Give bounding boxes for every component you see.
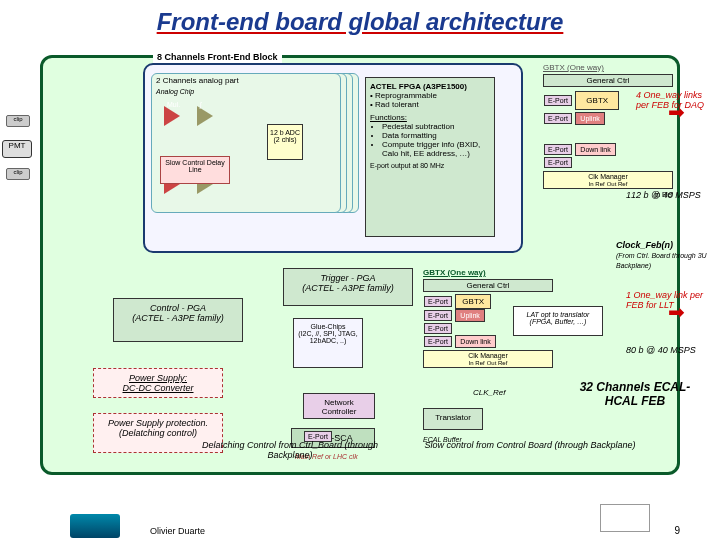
clip-top: clip — [6, 115, 30, 127]
control-pga: Control - PGA (ACTEL - A3PE family) — [113, 298, 243, 342]
fpga-box: ACTEL FPGA (A3PE1500) • Reprogrammable •… — [365, 77, 495, 237]
pmt-block: PMT — [2, 140, 32, 158]
page-title: Front-end board global architecture — [0, 0, 720, 44]
glue-chips: Glue-Chips (I2C, //, SPI, JTAG, 12bADC, … — [293, 318, 363, 368]
eport-4: E-Port — [544, 157, 572, 168]
footer-page: 9 — [674, 525, 680, 536]
downlink-1: Down link — [575, 143, 615, 156]
uplink-1: Uplink — [575, 112, 604, 125]
eport-1: E-Port — [544, 95, 572, 106]
mul-tri-1: Mul. — [164, 106, 180, 126]
gbtx-lower: GBTX (One way) General Ctrl E-Port GBTX … — [423, 268, 553, 368]
note-80b: 80 b @ 40 MSPS — [626, 345, 716, 355]
analog-part-text: 2 Channels analog part — [156, 76, 239, 85]
eport-output: E-port output at 80 MHz — [370, 162, 490, 169]
arrow-icon-2: ➡ — [668, 300, 685, 324]
network-controller: Network Controller — [303, 393, 375, 419]
gen-ctrl-2: General Ctrl — [423, 279, 553, 292]
analog-chip-label: Analog Chip — [156, 88, 194, 95]
note-clock-feb: Clock_Feb(n) (From Ctrl. Board through 3… — [616, 240, 716, 270]
eport-2: E-Port — [544, 113, 572, 124]
clk-ref-label: CLK_Ref — [473, 388, 505, 397]
gbtx-box-1: GBTX — [575, 91, 619, 110]
gen-ctrl-1: General Ctrl — [543, 74, 673, 87]
downlink-2: Down link — [455, 335, 495, 348]
gbtx-box-2: GBTX — [455, 294, 491, 309]
adc-box: 12 b ADC (2 chls) — [267, 124, 303, 160]
note-112b: 112 b @ 40 MSPS — [626, 190, 716, 200]
lhcb-logo — [70, 514, 120, 538]
uplink-2: Uplink — [455, 309, 484, 322]
footer-author: Olivier Duarte — [150, 526, 205, 536]
analog-stack: 2 Channels analog part 2 Channels analog… — [151, 73, 351, 233]
fpga-name: ACTEL FPGA (A3PE1500) — [370, 82, 490, 91]
eport-b4: E-Port — [424, 336, 452, 347]
trigger-pga: Trigger - PGA (ACTEL - A3PE family) — [283, 268, 413, 306]
lab-logo — [600, 504, 650, 532]
eport-b1: E-Port — [424, 296, 452, 307]
eport-b2: E-Port — [424, 310, 452, 321]
translator: Translator — [423, 408, 483, 430]
arrow-icon-1: ➡ — [668, 100, 685, 124]
gbtx-label-1: GBTX (One way) — [543, 63, 673, 72]
ecal-hcal-label: 32 Channels ECAL-HCAL FEB — [575, 380, 695, 408]
eport-b3: E-Port — [424, 323, 452, 334]
slowctrl-note: Slow control from Control Board (through… — [420, 440, 640, 450]
feb-block: 8 Channels Front-End Block 2 Channels an… — [143, 63, 523, 253]
feb-label: 8 Channels Front-End Block — [153, 51, 282, 63]
clk-mgr-2: Clk Manager In Ref Out Ref — [423, 350, 553, 368]
int-tri-1: ∫ — [197, 106, 213, 126]
fpga-func-label: Functions: — [370, 113, 490, 122]
power-supply: Power Supply: DC-DC Converter — [93, 368, 223, 398]
clip-bottom: clip — [6, 168, 30, 180]
analog-layer-1: 2 Channels analog part Analog Chip Mul. … — [151, 73, 341, 213]
delatch-note: Delatching Control from Ctrl_Board (thro… — [190, 440, 390, 460]
slow-control-box: Slow Control Delay Line — [160, 156, 230, 184]
clk-mgr-1: Clk Manager In Ref Out Ref — [543, 171, 673, 189]
gbtx-label-2: GBTX (One way) — [423, 268, 553, 277]
eport-3: E-Port — [544, 144, 572, 155]
main-board: 8 Channels Front-End Block 2 Channels an… — [40, 55, 680, 475]
